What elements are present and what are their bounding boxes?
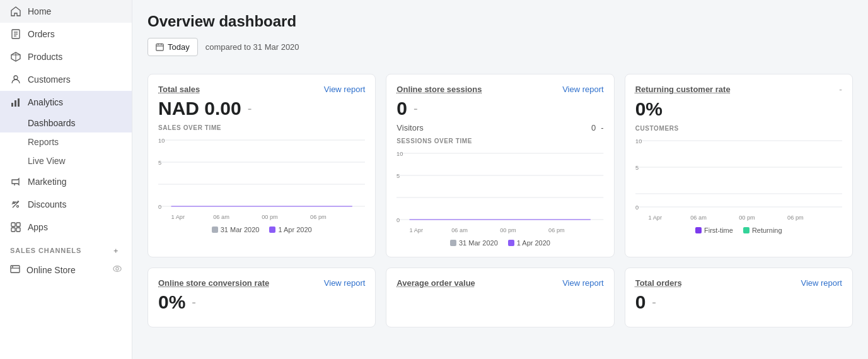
orders-icon bbox=[10, 28, 21, 40]
svg-text:5: 5 bbox=[158, 160, 161, 166]
main-content: Overview dashboard Today compared to 31 … bbox=[132, 0, 868, 359]
total-sales-value: NAD 0.00 - bbox=[158, 98, 365, 119]
svg-text:5: 5 bbox=[396, 173, 400, 179]
svg-rect-8 bbox=[11, 103, 13, 107]
avg-order-header: Average order value View report bbox=[396, 278, 603, 288]
legend-dot-returning bbox=[743, 227, 749, 233]
avg-order-link[interactable]: View report bbox=[562, 278, 604, 288]
products-icon bbox=[10, 51, 21, 62]
total-orders-link[interactable]: View report bbox=[801, 278, 842, 288]
total-orders-card: Total orders View report 0 - bbox=[625, 268, 853, 327]
sidebar-item-orders[interactable]: Orders bbox=[0, 23, 132, 45]
sidebar: Home Orders Products Customers Analytics… bbox=[0, 0, 132, 359]
svg-text:06 am: 06 am bbox=[690, 215, 707, 221]
sidebar-sublabel-reports: Reports bbox=[28, 137, 59, 147]
svg-text:0: 0 bbox=[158, 204, 161, 210]
returning-legend: First-time Returning bbox=[635, 227, 842, 234]
svg-text:06 pm: 06 pm bbox=[787, 215, 804, 221]
sidebar-label-customers: Customers bbox=[28, 74, 71, 85]
add-channel-button[interactable]: ＋ bbox=[110, 245, 122, 256]
returning-chart: 10 5 0 1 Apr 06 am 00 pm 06 pm bbox=[635, 134, 842, 223]
svg-text:06 pm: 06 pm bbox=[310, 214, 327, 220]
svg-rect-18 bbox=[16, 228, 20, 232]
sessions-link[interactable]: View report bbox=[562, 85, 604, 94]
eye-icon[interactable] bbox=[113, 264, 122, 275]
svg-rect-9 bbox=[14, 100, 16, 107]
page-header: Overview dashboard Today compared to 31 … bbox=[132, 0, 868, 64]
total-sales-card: Total sales View report NAD 0.00 - SALES… bbox=[148, 74, 376, 257]
sidebar-item-home[interactable]: Home bbox=[0, 0, 132, 23]
online-store-label: Online Store bbox=[26, 265, 76, 275]
svg-rect-10 bbox=[18, 98, 20, 107]
sessions-value: 0 - bbox=[396, 98, 603, 119]
top-cards-row: Total sales View report NAD 0.00 - SALES… bbox=[148, 74, 853, 257]
total-orders-header: Total orders View report bbox=[635, 278, 842, 288]
sidebar-item-apps[interactable]: Apps bbox=[0, 216, 132, 238]
sessions-header: Online store sessions View report bbox=[396, 85, 603, 94]
sidebar-item-analytics[interactable]: Analytics bbox=[0, 91, 132, 114]
sales-chart-label: SALES OVER TIME bbox=[158, 124, 365, 131]
svg-point-13 bbox=[17, 206, 19, 208]
analytics-icon bbox=[10, 97, 21, 108]
compare-label: compared to 31 Mar 2020 bbox=[205, 42, 299, 52]
svg-rect-24 bbox=[156, 44, 163, 51]
avg-order-card: Average order value View report bbox=[386, 268, 614, 327]
legend-31mar-sales: 31 Mar 2020 bbox=[212, 226, 260, 233]
sales-channels-section: SALES CHANNELS ＋ bbox=[0, 238, 132, 259]
svg-rect-15 bbox=[11, 223, 15, 227]
total-sales-link[interactable]: View report bbox=[324, 85, 366, 94]
svg-text:5: 5 bbox=[635, 165, 639, 171]
conversion-rate-card: Online store conversion rate View report… bbox=[148, 268, 376, 327]
legend-label-firsttime: First-time bbox=[704, 227, 733, 234]
legend-dot-1apr-sales bbox=[269, 227, 275, 233]
legend-1apr-sales: 1 Apr 2020 bbox=[269, 226, 311, 233]
sidebar-item-customers[interactable]: Customers bbox=[0, 68, 132, 91]
sidebar-label-orders: Orders bbox=[28, 29, 55, 39]
legend-31mar-sessions: 31 Mar 2020 bbox=[450, 239, 498, 247]
svg-text:1 Apr: 1 Apr bbox=[171, 214, 185, 220]
sessions-visitors: Visitors 0 - bbox=[396, 123, 603, 132]
svg-text:00 pm: 00 pm bbox=[739, 215, 755, 221]
conversion-header: Online store conversion rate View report bbox=[158, 278, 365, 288]
conversion-title: Online store conversion rate bbox=[158, 278, 269, 288]
sidebar-item-discounts[interactable]: Discounts bbox=[0, 193, 132, 216]
sales-legend: 31 Mar 2020 1 Apr 2020 bbox=[158, 226, 365, 233]
sidebar-label-marketing: Marketing bbox=[28, 177, 66, 187]
sidebar-label-apps: Apps bbox=[28, 222, 48, 232]
today-button[interactable]: Today bbox=[148, 38, 198, 56]
online-sessions-card: Online store sessions View report 0 - Vi… bbox=[386, 74, 614, 257]
sidebar-item-marketing[interactable]: Marketing bbox=[0, 170, 132, 193]
sidebar-label-products: Products bbox=[28, 52, 62, 62]
sidebar-sub-reports[interactable]: Reports bbox=[0, 132, 132, 151]
legend-label-31mar-sessions: 31 Mar 2020 bbox=[459, 239, 498, 247]
svg-rect-16 bbox=[16, 223, 20, 227]
sidebar-sub-dashboards[interactable]: Dashboards bbox=[0, 114, 132, 132]
cards-area: Total sales View report NAD 0.00 - SALES… bbox=[132, 64, 868, 359]
svg-text:06 am: 06 am bbox=[213, 214, 229, 220]
total-orders-value: 0 - bbox=[635, 291, 842, 313]
sidebar-sublabel-dashboards: Dashboards bbox=[28, 118, 76, 128]
sidebar-sub-liveview[interactable]: Live View bbox=[0, 151, 132, 170]
svg-text:10: 10 bbox=[635, 138, 642, 144]
returning-header: Returning customer rate - bbox=[635, 85, 842, 95]
sessions-chart: 10 5 0 1 Apr 06 am 00 pm 06 pm bbox=[396, 147, 603, 235]
conversion-link[interactable]: View report bbox=[324, 278, 366, 288]
svg-rect-17 bbox=[11, 228, 15, 232]
sidebar-label-home: Home bbox=[28, 6, 51, 16]
sidebar-sublabel-liveview: Live View bbox=[28, 156, 66, 166]
sales-chart: 10 5 0 1 Apr 06 am 00 pm 06 pm bbox=[158, 134, 365, 222]
sidebar-item-products[interactable]: Products bbox=[0, 45, 132, 68]
sidebar-item-online-store[interactable]: Online Store bbox=[0, 259, 132, 281]
legend-dot-firsttime bbox=[695, 227, 702, 233]
sessions-title: Online store sessions bbox=[396, 85, 482, 94]
legend-label-1apr-sessions: 1 Apr 2020 bbox=[517, 239, 550, 247]
svg-text:1 Apr: 1 Apr bbox=[648, 215, 662, 221]
sidebar-label-analytics: Analytics bbox=[28, 97, 63, 107]
returning-title: Returning customer rate bbox=[635, 85, 731, 94]
svg-text:00 pm: 00 pm bbox=[262, 214, 278, 220]
legend-dot-31mar-sales bbox=[212, 227, 218, 233]
avg-order-title: Average order value bbox=[396, 278, 475, 288]
home-icon bbox=[10, 6, 21, 17]
svg-text:0: 0 bbox=[635, 204, 639, 211]
returning-chart-label: CUSTOMERS bbox=[635, 125, 842, 132]
